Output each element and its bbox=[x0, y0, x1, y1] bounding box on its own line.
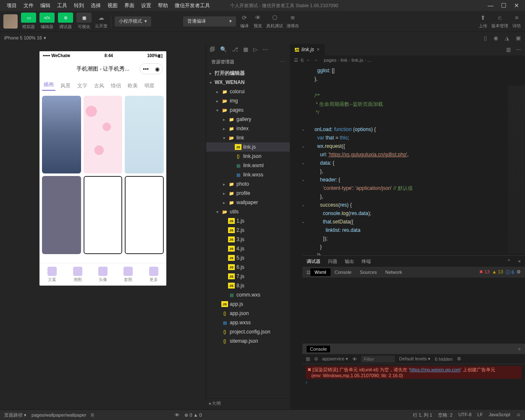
debugger-tab[interactable]: 终端 bbox=[362, 258, 371, 265]
close-tab-icon[interactable]: × bbox=[317, 47, 320, 52]
menu-界面[interactable]: 界面 bbox=[121, 3, 138, 8]
sim-nav-item[interactable]: 套图 bbox=[116, 263, 141, 286]
menu-工具[interactable]: 工具 bbox=[54, 3, 71, 8]
extensions-icon[interactable]: ▦ bbox=[243, 46, 248, 52]
menu-转到[interactable]: 转到 bbox=[71, 3, 87, 8]
tree-item[interactable]: ▤link.wxml bbox=[206, 161, 290, 170]
wallpaper-item[interactable] bbox=[125, 176, 164, 254]
page-path-label[interactable]: 页面路径 ▾ bbox=[4, 412, 26, 418]
editor-more-icon[interactable]: ⋯ bbox=[516, 47, 521, 52]
status-eye-icon[interactable]: 👁 bbox=[175, 412, 179, 417]
indent-info[interactable]: 空格: 2 bbox=[438, 412, 452, 418]
user-avatar[interactable] bbox=[3, 14, 18, 29]
debugger-tab[interactable]: 输出 bbox=[345, 258, 354, 265]
editor-button[interactable]: </> bbox=[39, 13, 55, 23]
tree-item[interactable]: ▸📁gallery bbox=[206, 115, 290, 124]
language-mode[interactable]: JavaScript bbox=[488, 412, 510, 418]
cloud-icon[interactable]: ☁ bbox=[96, 13, 106, 22]
compile-icon[interactable]: ⟳ bbox=[239, 13, 249, 22]
version-icon[interactable]: ⎌ bbox=[495, 13, 505, 22]
search-icon[interactable]: 🔍 bbox=[220, 46, 227, 52]
explorer-more-icon[interactable]: ⋯ bbox=[280, 59, 285, 65]
tree-item[interactable]: {}link.json bbox=[206, 152, 290, 161]
sim-tab[interactable]: 风景 bbox=[59, 82, 72, 89]
maximize-icon[interactable]: ☐ bbox=[501, 2, 507, 9]
tree-item[interactable]: JS6.js bbox=[206, 262, 290, 272]
simulator-button[interactable]: ▭ bbox=[21, 13, 36, 23]
cursor-position[interactable]: 行 1, 列 1 bbox=[413, 412, 432, 418]
tree-item[interactable]: ▸📁colorui bbox=[206, 87, 290, 96]
tree-section-opened[interactable]: ▸打开的编辑器 bbox=[206, 68, 290, 78]
debugger-button[interactable]: ⚙ bbox=[58, 13, 73, 23]
visualize-button[interactable]: ▦ bbox=[76, 13, 92, 23]
tree-item[interactable]: JS2.js bbox=[206, 226, 290, 235]
close-icon[interactable]: ✕ bbox=[514, 2, 519, 9]
share-icon[interactable]: ◮ bbox=[505, 35, 509, 41]
devtools-settings-icon[interactable]: ⚙ bbox=[517, 269, 521, 276]
tree-item[interactable]: ▤comm.wxs bbox=[206, 290, 290, 299]
menu-选择[interactable]: 选择 bbox=[87, 3, 104, 8]
tree-item[interactable]: ▾📂pages bbox=[206, 105, 290, 115]
warn-count[interactable]: ▲ 13 bbox=[492, 269, 503, 276]
breadcrumb[interactable]: ☰ ⎗ ← → pages › link › link.js › ... bbox=[290, 55, 525, 65]
status-errors[interactable]: ⊗ 0 ▲ 0 bbox=[184, 412, 202, 418]
menu-文件[interactable]: 文件 bbox=[20, 3, 37, 8]
outline-section[interactable]: ▸ 大纲 bbox=[206, 398, 290, 408]
minimize-icon[interactable]: — bbox=[488, 2, 494, 9]
copy-icon[interactable]: ⎘ bbox=[91, 412, 94, 417]
menu-微信开发者工具[interactable]: 微信开发者工具 bbox=[171, 3, 213, 8]
tree-item[interactable]: ▤link.wxss bbox=[206, 170, 290, 179]
list-icon[interactable]: ☰ bbox=[294, 58, 298, 63]
info-count[interactable]: ⓘ 6 bbox=[506, 269, 514, 276]
target-icon[interactable]: ◉ bbox=[155, 66, 160, 72]
tree-item[interactable]: {}app.json bbox=[206, 309, 290, 318]
tree-item[interactable]: JS4.js bbox=[206, 244, 290, 253]
devtools-tab[interactable]: Wxml bbox=[310, 268, 331, 276]
tree-item[interactable]: ▾📂utils bbox=[206, 207, 290, 216]
levels-selector[interactable]: Default levels ▾ bbox=[399, 356, 430, 362]
tree-item[interactable]: ▸📁wallpaper bbox=[206, 198, 290, 207]
menu-编辑[interactable]: 编辑 bbox=[37, 3, 54, 8]
sim-tab[interactable]: 古风 bbox=[92, 82, 106, 89]
minimap[interactable] bbox=[508, 86, 525, 254]
menu-设置[interactable]: 设置 bbox=[138, 3, 155, 8]
tree-item[interactable]: JSapp.js bbox=[206, 299, 290, 309]
screenshot-icon[interactable]: ▣ bbox=[516, 35, 521, 41]
console-close-icon[interactable]: × bbox=[518, 346, 521, 352]
hidden-count[interactable]: 6 hidden bbox=[435, 357, 452, 362]
git-icon[interactable]: ⎇ bbox=[232, 46, 238, 52]
sim-tab[interactable]: 插画 bbox=[42, 81, 55, 91]
preview-icon[interactable]: 👁 bbox=[253, 13, 263, 22]
tree-item[interactable]: ▸📁photo bbox=[206, 179, 290, 189]
wallpaper-item[interactable] bbox=[84, 96, 123, 173]
context-selector[interactable]: appservice ▾ bbox=[322, 356, 348, 362]
inspect-icon[interactable]: ⊡ bbox=[307, 270, 310, 275]
record-icon[interactable]: ◉ bbox=[494, 35, 498, 41]
compile-select[interactable]: 普通编译 ▾ bbox=[183, 16, 236, 26]
split-editor-icon[interactable]: ▥ bbox=[506, 47, 511, 52]
collapse-icon[interactable]: ⌃ bbox=[507, 259, 511, 264]
phone-icon[interactable]: ▯ bbox=[484, 35, 487, 41]
tree-item[interactable]: JSlink.js bbox=[206, 142, 290, 152]
tree-item[interactable]: JS8.js bbox=[206, 281, 290, 290]
sim-tab[interactable]: 欧美 bbox=[126, 82, 139, 89]
sidebar-toggle-icon[interactable]: ▥ bbox=[306, 356, 310, 362]
feedback-icon[interactable]: ☺ bbox=[516, 412, 521, 418]
tree-item[interactable]: ▸📁profile bbox=[206, 189, 290, 198]
console-filter-input[interactable] bbox=[361, 356, 395, 362]
error-count[interactable]: ✖ 13 bbox=[479, 269, 489, 276]
console-settings-icon[interactable]: ⚙ bbox=[457, 356, 461, 362]
clear-cache-icon[interactable]: ≋ bbox=[288, 13, 298, 22]
run-icon[interactable]: ▷ bbox=[253, 46, 257, 52]
sim-tab[interactable]: 情侣 bbox=[109, 82, 123, 89]
encoding[interactable]: UTF-8 bbox=[458, 412, 471, 418]
sim-tab[interactable]: 明星 bbox=[143, 82, 156, 89]
devtools-tab[interactable]: Console bbox=[331, 270, 356, 275]
menu-视图[interactable]: 视图 bbox=[104, 3, 121, 8]
console-tab[interactable]: Console bbox=[307, 346, 330, 352]
upload-icon[interactable]: ⬆ bbox=[478, 13, 488, 22]
more-icon[interactable]: ⋯ bbox=[262, 46, 268, 52]
eol-info[interactable]: LF bbox=[478, 412, 483, 418]
debugger-tab[interactable]: 调试器 bbox=[307, 258, 320, 265]
tree-item[interactable]: JS7.js bbox=[206, 272, 290, 281]
